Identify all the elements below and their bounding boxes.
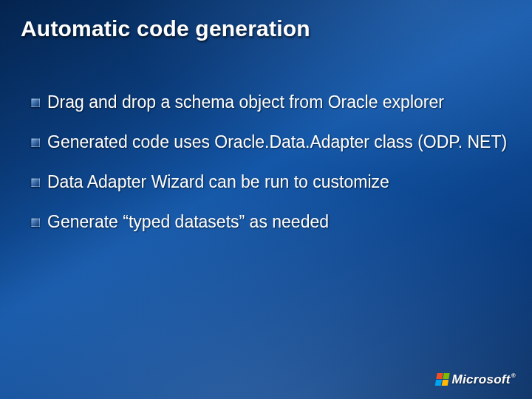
microsoft-logo: Microsoft® (436, 372, 516, 387)
bullet-item: Generated code uses Oracle.Data.Adapter … (31, 132, 511, 152)
slide: Automatic code generation Drag and drop … (0, 0, 532, 399)
bullet-item: Generate “typed datasets” as needed (31, 211, 511, 232)
bullet-item: Data Adapter Wizard can be run to custom… (31, 171, 511, 192)
logo-text: Microsoft® (452, 372, 516, 387)
microsoft-flag-icon (434, 373, 449, 386)
slide-title: Automatic code generation (21, 16, 511, 41)
bullet-item: Drag and drop a schema object from Oracl… (31, 92, 511, 112)
bullet-list: Drag and drop a schema object from Oracl… (21, 92, 511, 251)
trademark-symbol: ® (511, 372, 516, 379)
logo-wordmark: Microsoft (452, 372, 511, 386)
